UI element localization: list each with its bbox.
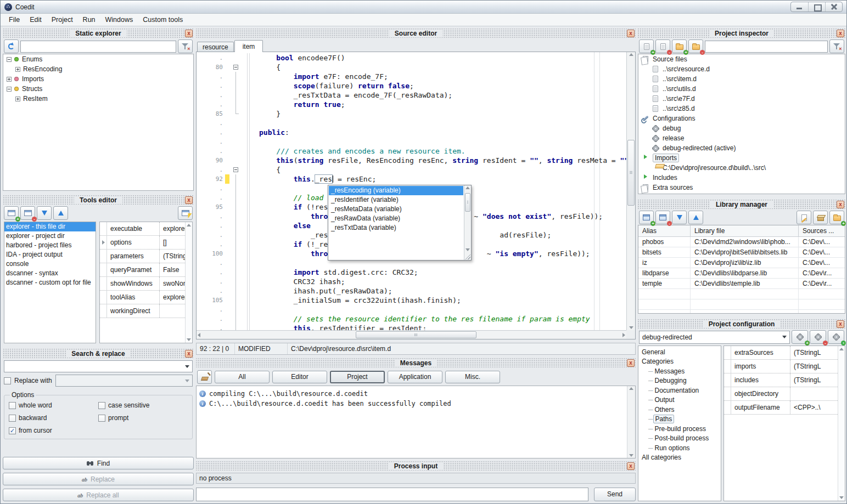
property-value[interactable]: explorer [160, 291, 185, 304]
add-library-button[interactable] [639, 211, 654, 224]
remove-configuration-button[interactable] [810, 330, 826, 344]
property-row[interactable]: toolAliasexplorer [100, 291, 185, 304]
category-output[interactable]: ─Output [638, 395, 721, 405]
message-entry[interactable]: compiling C:\...\build\resource.d.coedit [199, 389, 624, 399]
unchecked-checkbox[interactable] [98, 415, 105, 422]
filter-button-editor[interactable]: Editor [272, 371, 327, 383]
property-row[interactable]: extraSources(TStringL [724, 346, 838, 360]
symbol-filter-input[interactable] [20, 41, 176, 53]
completion-item[interactable]: _resRawData (variable) [329, 214, 463, 223]
library-from-folder-button[interactable] [829, 211, 844, 224]
replace-with-checkbox[interactable] [4, 377, 11, 384]
remove-library-button[interactable] [655, 211, 670, 224]
property-row[interactable]: objectDirectory [724, 387, 838, 401]
find-button[interactable]: Find [3, 457, 194, 469]
property-value[interactable]: (TStringL [160, 250, 185, 263]
tool-list-item[interactable]: dscanner - syntax [4, 269, 96, 278]
project-tree-item[interactable]: Extra sources [638, 183, 845, 192]
property-row[interactable]: parameters(TStringL [100, 250, 185, 263]
edit-library-button[interactable] [796, 211, 811, 224]
library-row[interactable]: izC:\Dev\dproj\iz\lib\iz.libC:\Dev\... [638, 258, 845, 268]
property-row[interactable]: options[] [100, 236, 185, 250]
unchecked-checkbox[interactable] [9, 402, 16, 409]
library-row[interactable]: phobosC:\Dev\dmd2\windows\lib\phob...C:\… [638, 237, 845, 247]
library-row[interactable]: bitsetsC:\Dev\dproj\bitSet\lib\bitsets.l… [638, 247, 845, 258]
project-tree-item[interactable]: Includes [638, 173, 845, 183]
project-tree-item[interactable]: release [638, 133, 845, 143]
project-tree-item[interactable]: ..\src\item.d [638, 74, 845, 84]
category-all-categories[interactable]: All categories [638, 453, 721, 463]
scroll-up-icon[interactable] [839, 348, 844, 350]
property-value[interactable]: False [160, 263, 185, 276]
close-icon[interactable] [185, 196, 193, 204]
property-value[interactable] [790, 387, 838, 400]
project-tree-item[interactable]: ..\src\utils.d [638, 84, 845, 94]
maximize-button[interactable] [808, 2, 825, 12]
category-run-options[interactable]: ─Run options [638, 443, 721, 453]
property-value[interactable]: explorer [160, 222, 185, 235]
property-row[interactable]: showWindowsswoNone [100, 277, 185, 291]
close-icon[interactable] [837, 30, 844, 37]
category-paths[interactable]: ─Paths [638, 415, 721, 424]
property-value[interactable]: (TStringL [790, 373, 838, 387]
project-tree-item[interactable]: debug-redirected (active) [638, 143, 845, 153]
tool-list-item[interactable]: explorer - this file dir [4, 222, 96, 231]
process-input-field[interactable] [196, 488, 588, 501]
configuration-select[interactable]: debug-redirected [639, 331, 790, 344]
project-tree-item[interactable]: ..\src\resource.d [638, 64, 845, 74]
replace-button[interactable]: Replace [3, 473, 194, 485]
editor-vertical-scrollbar[interactable] [626, 52, 635, 330]
tab-item[interactable]: item [234, 40, 263, 52]
expand-icon[interactable] [15, 97, 20, 101]
tool-list-item[interactable]: console [4, 259, 96, 269]
project-tree-item[interactable]: C:\Dev\dproj\resource.d\build\..\src\ [638, 163, 845, 173]
library-row[interactable]: templeC:\Dev\dlibs\temple.libC:\Dev\r... [638, 279, 845, 289]
scroll-up-icon[interactable] [187, 224, 191, 226]
move-library-down-button[interactable] [672, 211, 687, 224]
completion-item[interactable]: _resIdentifier (variable) [329, 195, 463, 205]
remove-tool-button[interactable] [20, 206, 35, 220]
editor-horizontal-scrollbar[interactable] [197, 330, 626, 339]
add-file-button[interactable] [639, 39, 654, 53]
add-configuration-button[interactable] [792, 330, 808, 344]
project-tree-item[interactable]: Source files [638, 54, 845, 64]
project-tree-item[interactable]: debug [638, 123, 845, 133]
add-folder-button[interactable] [672, 39, 687, 53]
tool-list-item[interactable]: IDA - project output [4, 250, 96, 259]
refresh-button[interactable] [4, 39, 19, 53]
send-button[interactable]: Send [594, 488, 636, 501]
inspector-filter-input[interactable] [705, 41, 828, 53]
message-entry[interactable]: C:\...\build\resource.d.coedit has been … [199, 399, 624, 409]
property-row[interactable]: includes(TStringL [724, 373, 838, 387]
unchecked-checkbox[interactable] [98, 402, 105, 409]
category-pre-build-process[interactable]: ─Pre-build process [638, 424, 721, 434]
execute-tool-button[interactable] [178, 206, 193, 220]
close-icon[interactable] [627, 30, 635, 37]
category-others[interactable]: ─Others [638, 405, 721, 415]
completion-scrollbar[interactable] [464, 185, 471, 260]
category-post-build-process[interactable]: ─Post-build process [638, 434, 721, 444]
property-value[interactable]: [] [160, 236, 185, 249]
category-debugging[interactable]: ─Debugging [638, 376, 721, 386]
category-messages[interactable]: ─Messages [638, 366, 721, 376]
resize-grip-icon[interactable] [465, 254, 470, 259]
menu-run[interactable]: Run [78, 14, 100, 25]
close-icon[interactable] [837, 201, 844, 208]
property-row[interactable]: imports(TStringL [724, 360, 838, 373]
close-icon[interactable] [185, 30, 193, 37]
completion-item[interactable]: _resEncoding (variable) [329, 186, 463, 195]
fold-collapse-icon[interactable] [233, 65, 238, 70]
scroll-down-icon[interactable] [187, 338, 191, 341]
filter-button-application[interactable]: Application [388, 371, 442, 383]
remove-folder-button[interactable] [688, 39, 703, 53]
project-tree-item[interactable]: ..\src\e7F.d [638, 94, 845, 104]
category-general[interactable]: General [638, 347, 721, 357]
category-documentation[interactable]: ─Documentation [638, 386, 721, 395]
filter-button-misc[interactable]: Misc. [445, 371, 500, 383]
grid-scrollbar[interactable] [838, 346, 845, 501]
filter-button-all[interactable]: All [215, 371, 270, 383]
column-header[interactable]: Sources ... [799, 225, 845, 236]
property-row[interactable]: executableexplorer [100, 222, 185, 236]
tool-list-item[interactable]: dscanner - custom opt for file [4, 278, 96, 287]
menu-file[interactable]: File [4, 14, 25, 25]
